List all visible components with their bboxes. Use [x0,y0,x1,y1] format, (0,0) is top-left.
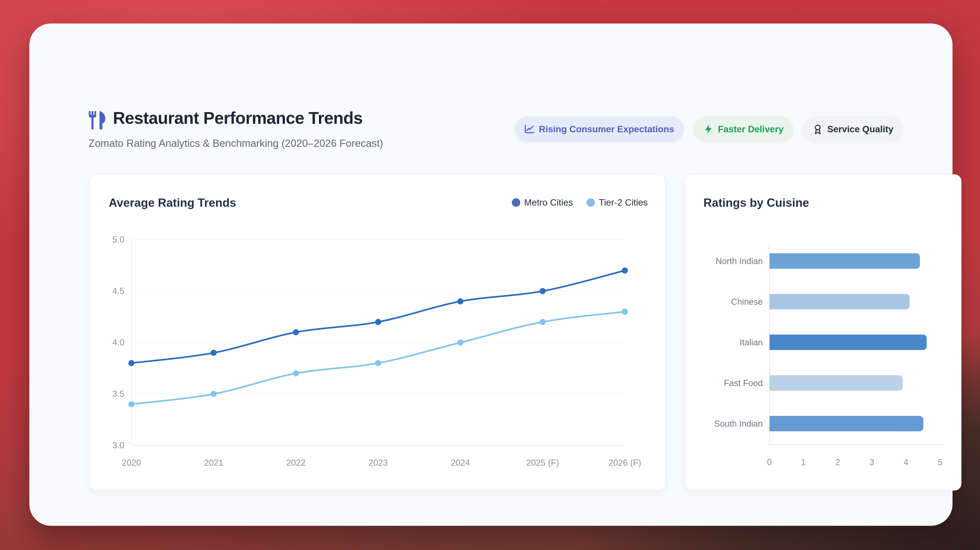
bar-chinese [770,294,910,309]
chart-line-icon [524,124,535,134]
svg-text:2026 (F): 2026 (F) [608,458,641,467]
svg-text:2025 (F): 2025 (F) [526,458,559,467]
bar-italian [770,335,927,350]
legend-dot-metro-cities [512,198,520,207]
page-title: Restaurant Performance Trends [113,107,363,129]
svg-text:2024: 2024 [451,458,470,467]
bar-north-indian [770,253,920,269]
svg-text:2021: 2021 [204,458,223,467]
badge-label: Service Quality [827,124,893,134]
svg-text:4.0: 4.0 [112,338,124,347]
utensils-icon [88,110,108,131]
bar-south-indian [770,416,923,431]
svg-text:Italian: Italian [740,338,763,347]
legend-label: Metro Cities [524,197,573,208]
svg-text:0: 0 [767,458,772,467]
svg-text:3: 3 [869,458,874,467]
line-chart-legend: Metro Cities Tier-2 Cities [512,197,648,208]
legend-dot-tier2-cities [587,198,595,207]
badge-rising-consumer-expectations[interactable]: Rising Consumer Expectations [515,116,684,142]
svg-text:4.5: 4.5 [112,286,124,296]
bar-fast-food [770,375,903,391]
svg-text:5.0: 5.0 [112,235,124,244]
svg-text:4: 4 [904,458,908,467]
svg-text:3.0: 3.0 [112,440,124,450]
svg-text:5: 5 [938,458,943,467]
legend-label: Tier-2 Cities [599,197,648,208]
svg-text:1: 1 [801,458,806,467]
bar-labels: North IndianChineseItalianFast FoodSouth… [714,256,943,467]
award-icon [813,124,823,134]
svg-text:2: 2 [835,458,840,467]
bar-chart: North IndianChineseItalianFast FoodSouth… [685,175,961,490]
svg-text:Chinese: Chinese [731,297,763,307]
svg-text:2023: 2023 [368,458,388,467]
dashboard-card: Restaurant Performance Trends Zomato Rat… [29,24,953,526]
svg-text:3.5: 3.5 [112,389,124,399]
svg-text:South Indian: South Indian [714,419,763,429]
bar-chart-panel: Ratings by Cuisine North IndianChineseIt… [685,174,961,491]
line-chart-title: Average Rating Trends [109,196,236,210]
page-subtitle: Zomato Rating Analytics & Benchmarking (… [89,137,383,150]
series-metro-cities [129,268,628,366]
bars [770,253,927,431]
bar-chart-title: Ratings by Cuisine [703,196,809,210]
badge-label: Rising Consumer Expectations [539,124,674,134]
line-gridlines [132,240,625,445]
svg-text:North Indian: North Indian [716,256,763,266]
legend-item-tier2-cities: Tier-2 Cities [587,197,648,208]
svg-text:Fast Food: Fast Food [724,378,763,388]
badge-label: Faster Delivery [718,124,784,134]
svg-text:2022: 2022 [286,458,305,467]
line-axis-labels: 3.03.54.04.55.0202020212022202320242025 … [112,235,641,467]
line-chart-panel: Average Rating Trends Metro Cities Tier-… [90,174,666,491]
badge-faster-delivery[interactable]: Faster Delivery [694,116,793,142]
badge-service-quality[interactable]: Service Quality [803,116,903,142]
bolt-icon [703,124,714,134]
line-chart: 3.03.54.04.55.0202020212022202320242025 … [91,175,665,490]
badge-row: Rising Consumer Expectations Faster Deli… [515,116,903,142]
legend-item-metro-cities: Metro Cities [512,197,573,208]
svg-text:2020: 2020 [122,458,141,467]
